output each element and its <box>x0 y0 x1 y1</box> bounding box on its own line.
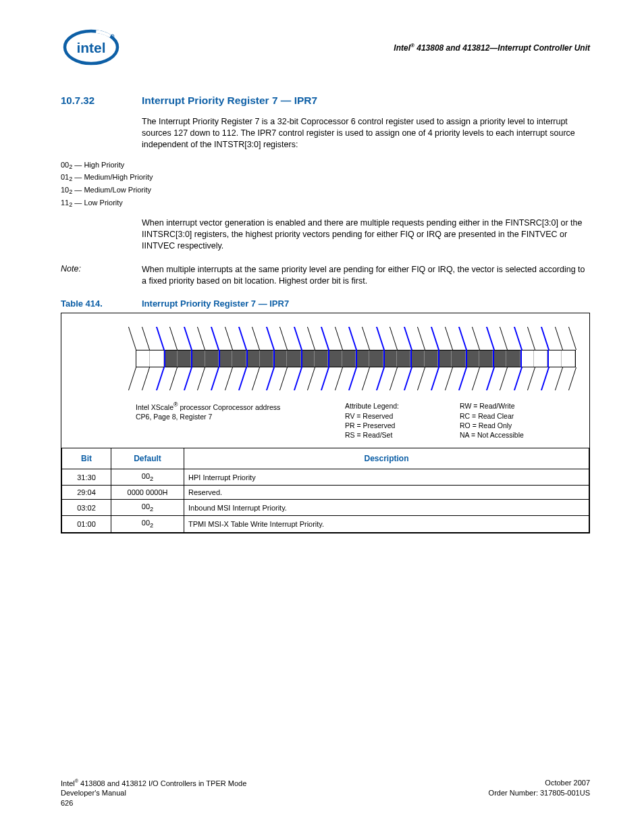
section-title: Interrupt Priority Register 7 — IPR7 <box>142 95 317 107</box>
bit-ticks-bottom <box>136 367 576 392</box>
note-body: When multiple interrupts at the same pri… <box>142 264 590 287</box>
legend-addr-line1: Intel XScale® processor Coprocessor addr… <box>136 401 345 412</box>
bit-cell <box>397 350 410 367</box>
legend-attr-item: RO = Read Only <box>460 421 574 430</box>
priority-list-item: 002 — High Priority <box>61 160 590 170</box>
header-doc-title: Intel® 413808 and 413812—Interrupt Contr… <box>394 43 590 53</box>
bit-cell <box>260 350 273 367</box>
bit-table-header-row: Bit Default Description <box>62 448 589 469</box>
bit-cell <box>301 350 315 367</box>
footer-page-number: 626 <box>61 798 246 808</box>
footer-right-line2: Order Number: 317805-001US <box>489 788 590 798</box>
legend-attr-item: PR = Preserved <box>345 421 460 430</box>
bit-cell <box>506 350 520 367</box>
note-block: Note: When multiple interrupts at the sa… <box>61 264 590 287</box>
bit-cell <box>246 350 260 367</box>
legend-attr-item: RW = Read/Write <box>460 401 574 411</box>
legend-attr-title: Attribute Legend: <box>345 401 460 411</box>
footer-right-line1: October 2007 <box>489 778 590 788</box>
bit-cell <box>425 350 438 367</box>
section-number: 10.7.32 <box>61 95 122 107</box>
table-caption: Table 414. Interrupt Priority Register 7… <box>61 298 590 309</box>
cell-description: TPMI MSI-X Table Write Interrupt Priorit… <box>184 516 589 532</box>
table-caption-number: Table 414. <box>61 298 122 309</box>
bit-cell <box>150 350 163 367</box>
bit-cell <box>452 350 465 367</box>
table-row: 31:30002HPI Interrupt Priority <box>62 469 589 486</box>
bit-cell <box>438 350 452 367</box>
bit-cell <box>219 350 232 367</box>
bit-cell <box>287 350 300 367</box>
table-row: 01:00002TPMI MSI-X Table Write Interrupt… <box>62 516 589 532</box>
table-row: 03:02002Inbound MSI Interrupt Priority. <box>62 500 589 516</box>
cell-default: 002 <box>111 516 184 532</box>
bit-cell <box>369 350 383 367</box>
bit-strip <box>136 350 576 367</box>
bit-cell <box>383 350 397 367</box>
bit-table-header-bit: Bit <box>62 448 111 469</box>
bit-cell <box>410 350 424 367</box>
bit-ticks-top <box>136 325 576 350</box>
legend-attr-item: RC = Read Clear <box>460 411 574 421</box>
section-heading: 10.7.32 Interrupt Priority Register 7 — … <box>61 95 590 107</box>
bit-cell <box>328 350 342 367</box>
bit-cell <box>547 350 561 367</box>
table-caption-title: Interrupt Priority Register 7 — IPR7 <box>142 298 289 309</box>
footer-left-line2: Developer's Manual <box>61 788 246 798</box>
bit-cell <box>136 350 150 367</box>
bit-cell <box>466 350 479 367</box>
bit-cell <box>356 350 369 367</box>
legend-addr-line2: CP6, Page 8, Register 7 <box>136 412 345 421</box>
cell-bit: 29:04 <box>62 486 111 500</box>
cell-description: Inbound MSI Interrupt Priority. <box>184 500 589 516</box>
legend-attrs-left: Attribute Legend: RV = ReservedPR = Pres… <box>345 401 460 440</box>
priority-list-item: 012 — Medium/High Priority <box>61 172 590 182</box>
page-header: intel R Intel® 413808 and 413812—Interru… <box>61 27 590 68</box>
priority-list-item: 102 — Medium/Low Priority <box>61 185 590 195</box>
bit-cell <box>191 350 205 367</box>
bit-cell <box>493 350 506 367</box>
cell-default: 002 <box>111 500 184 516</box>
legend-attrs-right: RW = Read/WriteRC = Read ClearRO = Read … <box>460 401 574 440</box>
bit-cell <box>315 350 328 367</box>
section-para-2: When interrupt vector generation is enab… <box>142 217 590 252</box>
bit-cell <box>273 350 287 367</box>
footer-left: Intel® 413808 and 413812 I/O Controllers… <box>61 778 246 808</box>
bit-cell <box>232 350 246 367</box>
bit-cell <box>479 350 493 367</box>
priority-levels-list: 002 — High Priority012 — Medium/High Pri… <box>61 160 590 208</box>
register-diagram-box: Intel XScale® processor Coprocessor addr… <box>61 313 590 533</box>
legend-attr-item: NA = Not Accessible <box>460 430 574 440</box>
bit-cell <box>534 350 547 367</box>
legend-attr-item: RS = Read/Set <box>345 430 460 440</box>
bit-cell <box>342 350 356 367</box>
intel-logo: intel R <box>61 27 122 68</box>
footer-right: October 2007 Order Number: 317805-001US <box>489 778 590 798</box>
footer-left-line1: Intel® 413808 and 413812 I/O Controllers… <box>61 778 246 789</box>
legend-address: Intel XScale® processor Coprocessor addr… <box>136 401 345 440</box>
page-footer: Intel® 413808 and 413812 I/O Controllers… <box>61 778 590 808</box>
cell-bit: 31:30 <box>62 469 111 486</box>
bit-cell <box>562 350 575 367</box>
bit-cell <box>520 350 534 367</box>
priority-list-item: 112 — Low Priority <box>61 198 590 208</box>
cell-bit: 01:00 <box>62 516 111 532</box>
bit-field-table: Bit Default Description 31:30002HPI Inte… <box>61 448 589 533</box>
cell-description: Reserved. <box>184 486 589 500</box>
note-label: Note: <box>61 264 122 287</box>
cell-description: HPI Interrupt Priority <box>184 469 589 486</box>
bit-table-header-default: Default <box>111 448 184 469</box>
svg-text:intel: intel <box>76 40 105 55</box>
bit-table-header-desc: Description <box>184 448 589 469</box>
cell-default: 002 <box>111 469 184 486</box>
legend-row: Intel XScale® processor Coprocessor addr… <box>75 401 576 440</box>
legend-attr-item: RV = Reserved <box>345 411 460 421</box>
table-row: 29:040000 0000HReserved. <box>62 486 589 500</box>
bit-cell <box>205 350 219 367</box>
cell-bit: 03:02 <box>62 500 111 516</box>
section-para-1: The Interrupt Priority Register 7 is a 3… <box>142 116 590 151</box>
cell-default: 0000 0000H <box>111 486 184 500</box>
bit-cell <box>178 350 191 367</box>
bit-cell <box>164 350 178 367</box>
